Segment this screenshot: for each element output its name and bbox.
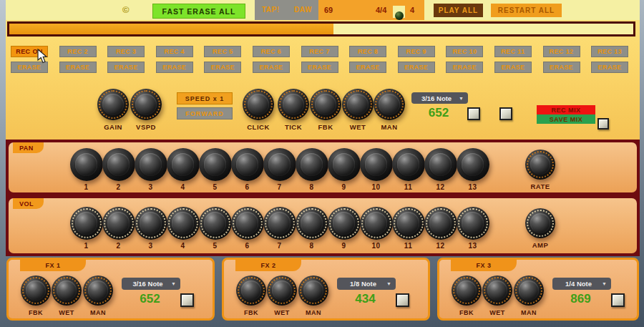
- vol-11-knob[interactable]: [392, 207, 425, 240]
- vspd-knob[interactable]: [130, 89, 162, 120]
- fx3-fbk-knob[interactable]: [452, 275, 482, 306]
- vol-channel-3: 3: [135, 207, 167, 250]
- vol-2-knob[interactable]: [102, 207, 135, 240]
- pan-6-knob[interactable]: [231, 148, 264, 181]
- save-mix-button[interactable]: SAVE MIX: [537, 114, 595, 124]
- pan-8-knob[interactable]: [296, 148, 328, 181]
- fx1-wet-knob[interactable]: [52, 275, 82, 306]
- vol-channel-7: 7: [263, 207, 296, 250]
- rec-button-5[interactable]: REC 5: [204, 46, 241, 57]
- vol-4-knob[interactable]: [167, 207, 200, 240]
- chevron-down-icon: ▼: [171, 281, 176, 286]
- master-toggle-button-1[interactable]: [467, 107, 480, 120]
- erase-button-8[interactable]: ERASE: [349, 62, 386, 73]
- erase-button-11[interactable]: ERASE: [494, 62, 532, 73]
- rec-mix-button[interactable]: REC MIX: [537, 105, 595, 114]
- rec-button-11[interactable]: REC 11: [494, 46, 532, 57]
- fx-panel-1: FX 1FBKWETMAN3/16 Note▼652: [6, 258, 215, 321]
- fx3-wet-label: WET: [489, 309, 505, 316]
- fx1-note-dropdown[interactable]: 3/16 Note▼: [122, 278, 180, 290]
- forward-button[interactable]: FORWARD: [177, 107, 233, 119]
- erase-button-2[interactable]: ERASE: [59, 62, 97, 73]
- erase-button-13[interactable]: ERASE: [591, 62, 628, 73]
- vol-10-knob[interactable]: [360, 207, 393, 240]
- pan-4-knob[interactable]: [167, 148, 200, 181]
- fx-tab-2: FX 2: [235, 260, 301, 271]
- fx1-fbk-label: FBK: [29, 309, 43, 316]
- vol-6-knob[interactable]: [231, 207, 264, 240]
- pan-panel: PAN 12345678910111213 RATE: [9, 142, 637, 192]
- rec-button-2[interactable]: REC 2: [59, 46, 97, 57]
- vol-7-knob[interactable]: [263, 207, 296, 240]
- rec-button-10[interactable]: REC 10: [446, 46, 483, 57]
- pan-1-knob[interactable]: [70, 148, 103, 181]
- fx1-man-knob[interactable]: [83, 275, 113, 306]
- rec-button-12[interactable]: REC 12: [543, 46, 580, 57]
- vol-9-knob[interactable]: [328, 207, 361, 240]
- pan-5-knob[interactable]: [199, 148, 232, 181]
- vol-8-knob[interactable]: [296, 207, 328, 240]
- rec-button-8[interactable]: REC 8: [349, 46, 386, 57]
- vol-channel-label-3: 3: [148, 242, 152, 250]
- rec-button-7[interactable]: REC 7: [301, 46, 338, 57]
- rec-button-13[interactable]: REC 13: [591, 46, 628, 57]
- fx2-toggle-button[interactable]: [396, 293, 409, 307]
- tap-button[interactable]: TAP!: [262, 6, 280, 14]
- fx2-note-dropdown[interactable]: 1/8 Note▼: [337, 278, 396, 290]
- master-note-dropdown[interactable]: 3/16 Note ▼: [411, 92, 468, 104]
- erase-button-9[interactable]: ERASE: [398, 62, 435, 73]
- rec-button-6[interactable]: REC 6: [253, 46, 290, 57]
- pan-11-knob[interactable]: [392, 148, 425, 181]
- fx3-wet-knob[interactable]: [482, 275, 512, 306]
- pan-13-knob[interactable]: [457, 148, 489, 181]
- erase-button-7[interactable]: ERASE: [301, 62, 338, 73]
- progress-bar[interactable]: [7, 21, 635, 36]
- pan-channel-label-2: 2: [116, 183, 120, 191]
- master-toggle-button-2[interactable]: [499, 107, 512, 120]
- fx2-man-knob[interactable]: [298, 275, 328, 306]
- pan-3-knob[interactable]: [135, 148, 167, 181]
- vol-12-knob[interactable]: [424, 207, 457, 240]
- vol-channel-5: 5: [199, 207, 231, 250]
- vol-5-knob[interactable]: [199, 207, 232, 240]
- man-knob[interactable]: [374, 89, 405, 120]
- fx3-note-dropdown[interactable]: 1/4 Note▼: [552, 278, 611, 290]
- rec-button-3[interactable]: REC 3: [107, 46, 145, 57]
- vol-3-knob[interactable]: [135, 207, 167, 240]
- erase-button-4[interactable]: ERASE: [156, 62, 193, 73]
- vol-1-knob[interactable]: [70, 207, 103, 240]
- vol-channel-10: 10: [360, 207, 392, 250]
- erase-button-10[interactable]: ERASE: [446, 62, 483, 73]
- fx1-man-label: MAN: [90, 309, 106, 316]
- erase-row: ERASEERASEERASEERASEERASEERASEERASEERASE…: [11, 62, 630, 73]
- erase-button-12[interactable]: ERASE: [543, 62, 580, 73]
- fx3-toggle-button[interactable]: [611, 293, 625, 307]
- erase-button-3[interactable]: ERASE: [107, 62, 145, 73]
- speed-button[interactable]: SPEED x 1: [177, 92, 233, 104]
- rec-button-9[interactable]: REC 9: [398, 46, 435, 57]
- fx1-fbk-knob[interactable]: [21, 275, 51, 306]
- rate-label: RATE: [530, 182, 550, 190]
- pan-9-knob[interactable]: [328, 148, 361, 181]
- pan-7-knob[interactable]: [263, 148, 296, 181]
- play-all-button[interactable]: PLAY ALL: [434, 4, 483, 17]
- fx3-man-knob[interactable]: [514, 275, 544, 306]
- pan-2-knob[interactable]: [102, 148, 135, 181]
- pan-10-knob[interactable]: [360, 148, 393, 181]
- fx1-toggle-button[interactable]: [180, 293, 194, 307]
- fx2-wet-knob[interactable]: [267, 275, 297, 306]
- erase-button-6[interactable]: ERASE: [253, 62, 290, 73]
- pan-12-knob[interactable]: [424, 148, 457, 181]
- rate-knob[interactable]: [525, 150, 555, 180]
- vol-13-knob[interactable]: [457, 207, 489, 240]
- click-knob[interactable]: [243, 89, 274, 120]
- fast-erase-all-button[interactable]: FAST ERASE ALL: [152, 4, 245, 19]
- erase-button-5[interactable]: ERASE: [204, 62, 241, 73]
- fx2-fbk-knob[interactable]: [236, 275, 266, 306]
- daw-button[interactable]: DAW: [294, 6, 312, 14]
- rec-button-4[interactable]: REC 4: [156, 46, 193, 57]
- amp-knob[interactable]: [525, 208, 555, 238]
- mix-toggle-button[interactable]: [597, 118, 609, 130]
- restart-all-button[interactable]: RESTART ALL: [491, 4, 562, 17]
- fx2-man-label: MAN: [306, 309, 321, 316]
